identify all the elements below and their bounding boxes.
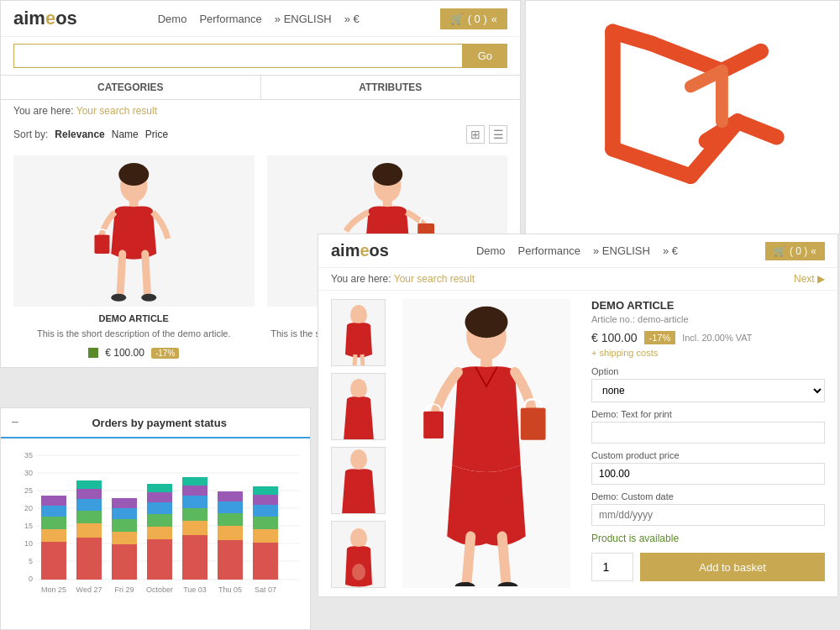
detail-nav-performance[interactable]: Performance bbox=[518, 244, 580, 257]
add-to-basket-row: Add to basket bbox=[591, 553, 825, 581]
detail-nav-demo[interactable]: Demo bbox=[476, 244, 506, 257]
chart-header: − Orders by payment status bbox=[1, 408, 310, 438]
svg-rect-66 bbox=[76, 480, 102, 489]
shop-logo: aimeos bbox=[13, 8, 77, 29]
svg-text:Mon 25: Mon 25 bbox=[41, 585, 66, 594]
product-desc-1: This is the short description of the dem… bbox=[13, 328, 255, 340]
breadcrumb-link[interactable]: Your search result bbox=[76, 105, 157, 117]
detail-vat: Incl. 20.00% VAT bbox=[682, 333, 752, 343]
chart-collapse-icon[interactable]: − bbox=[11, 415, 18, 430]
svg-text:0: 0 bbox=[29, 575, 33, 583]
cart-label: ( 0 ) bbox=[468, 13, 487, 25]
svg-rect-56 bbox=[41, 542, 66, 580]
thumbnail-1[interactable] bbox=[331, 299, 386, 366]
nav-language[interactable]: » ENGLISH bbox=[275, 13, 332, 25]
svg-text:Fri 29: Fri 29 bbox=[114, 585, 134, 594]
svg-rect-63 bbox=[76, 511, 102, 523]
view-toggle: ⊞ ☰ bbox=[466, 125, 507, 144]
detail-header: aimeos Demo Performance » ENGLISH » € 🛒 … bbox=[318, 234, 837, 268]
svg-rect-67 bbox=[112, 544, 137, 580]
thumbnail-3[interactable] bbox=[331, 447, 386, 514]
custom-price-input[interactable] bbox=[591, 463, 825, 485]
svg-text:20: 20 bbox=[24, 504, 33, 512]
product-card-1[interactable]: DEMO ARTICLE This is the short descripti… bbox=[13, 155, 255, 359]
sort-name[interactable]: Name bbox=[112, 129, 139, 140]
nav-demo[interactable]: Demo bbox=[158, 13, 187, 25]
svg-rect-58 bbox=[41, 517, 66, 529]
svg-rect-76 bbox=[147, 492, 172, 502]
detail-main-image bbox=[402, 299, 570, 588]
next-arrow-icon: ▶ bbox=[817, 273, 825, 285]
svg-text:October: October bbox=[146, 585, 173, 594]
svg-rect-91 bbox=[253, 517, 278, 529]
detail-shipping[interactable]: + shipping costs bbox=[591, 348, 825, 358]
svg-rect-3 bbox=[94, 235, 109, 255]
svg-line-14 bbox=[651, 44, 722, 71]
breadcrumb-label: You are here: bbox=[13, 105, 74, 117]
svg-text:15: 15 bbox=[24, 522, 33, 530]
svg-rect-92 bbox=[253, 505, 278, 517]
nav-currency[interactable]: » € bbox=[344, 13, 360, 25]
product-price-1: € 100.00 bbox=[105, 347, 144, 359]
product-color-1 bbox=[88, 348, 98, 358]
svg-text:Wed 27: Wed 27 bbox=[76, 585, 102, 594]
svg-rect-88 bbox=[218, 491, 243, 501]
option-select[interactable]: none bbox=[591, 379, 825, 402]
svg-point-23 bbox=[350, 305, 367, 325]
sort-row: Sort by: Relevance Name Price ⊞ ☰ bbox=[1, 122, 520, 147]
svg-point-7 bbox=[372, 163, 402, 186]
svg-rect-94 bbox=[253, 486, 278, 495]
svg-rect-80 bbox=[182, 508, 207, 521]
svg-rect-78 bbox=[182, 535, 207, 580]
sort-price[interactable]: Price bbox=[145, 129, 168, 140]
cart-close-icon[interactable]: « bbox=[491, 13, 497, 25]
detail-nav-currency[interactable]: » € bbox=[663, 244, 678, 257]
detail-price: € 100.00 bbox=[591, 331, 638, 344]
svg-point-4 bbox=[111, 294, 126, 302]
svg-point-1 bbox=[118, 163, 149, 186]
next-link[interactable]: Next ▶ bbox=[794, 273, 825, 285]
detail-cart-close[interactable]: « bbox=[811, 245, 816, 257]
quantity-input[interactable] bbox=[591, 553, 633, 581]
svg-text:Thu 05: Thu 05 bbox=[218, 585, 242, 594]
svg-text:35: 35 bbox=[24, 451, 33, 459]
search-input[interactable] bbox=[13, 44, 463, 68]
svg-rect-86 bbox=[218, 513, 243, 526]
detail-nav-language[interactable]: » ENGLISH bbox=[593, 244, 650, 257]
add-to-basket-button[interactable]: Add to basket bbox=[640, 553, 825, 581]
detail-breadcrumb-link[interactable]: Your search result bbox=[394, 273, 475, 285]
chart-svg: 35 30 25 20 15 10 5 0 bbox=[9, 445, 303, 601]
sort-relevance[interactable]: Relevance bbox=[55, 129, 104, 140]
thumbnail-2[interactable] bbox=[331, 373, 386, 440]
svg-rect-89 bbox=[253, 543, 278, 580]
custom-date-input[interactable] bbox=[591, 504, 825, 526]
svg-rect-85 bbox=[218, 526, 243, 540]
text-print-input[interactable] bbox=[591, 422, 825, 444]
thumbnail-4[interactable] bbox=[331, 521, 386, 588]
detail-cart[interactable]: 🛒 ( 0 ) « bbox=[765, 242, 825, 260]
shop-cart[interactable]: 🛒 ( 0 ) « bbox=[440, 8, 507, 29]
svg-point-5 bbox=[141, 294, 156, 302]
detail-product-title: DEMO ARTICLE bbox=[591, 299, 825, 312]
product-image-1 bbox=[13, 155, 255, 307]
svg-point-27 bbox=[350, 449, 367, 470]
svg-rect-59 bbox=[41, 506, 66, 517]
attributes-label[interactable]: ATTRIBUTES bbox=[261, 76, 521, 99]
svg-point-35 bbox=[455, 582, 475, 586]
detail-info: DEMO ARTICLE Article no.: demo-article €… bbox=[583, 299, 825, 588]
svg-rect-75 bbox=[147, 502, 172, 514]
detail-discount-badge: -17% bbox=[644, 331, 676, 344]
svg-rect-64 bbox=[76, 499, 102, 511]
svg-point-25 bbox=[350, 379, 367, 399]
svg-rect-62 bbox=[76, 523, 102, 538]
product-availability: Product is available bbox=[591, 533, 825, 544]
grid-view-icon[interactable]: ⊞ bbox=[466, 125, 485, 144]
svg-text:30: 30 bbox=[24, 469, 33, 477]
search-button[interactable]: Go bbox=[463, 44, 507, 68]
svg-rect-73 bbox=[147, 527, 172, 539]
svg-text:5: 5 bbox=[29, 557, 33, 565]
nav-performance[interactable]: Performance bbox=[199, 13, 261, 25]
list-view-icon[interactable]: ☰ bbox=[489, 125, 507, 144]
text-print-label: Demo: Text for print bbox=[591, 409, 825, 419]
categories-label[interactable]: CATEGORIES bbox=[1, 76, 261, 99]
